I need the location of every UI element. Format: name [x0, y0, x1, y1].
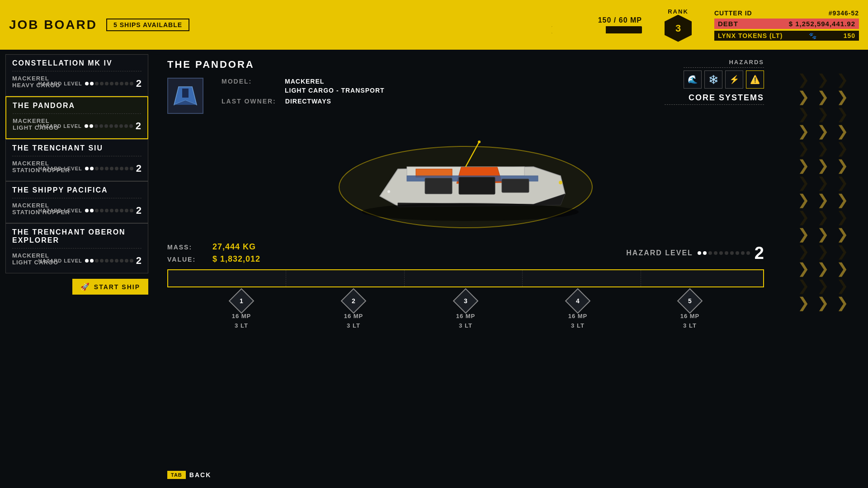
ship-card-divider	[12, 248, 142, 249]
last-owner-row: LAST OWNER: DIRECTWAYS	[222, 98, 385, 105]
chevron-row-1: ❯❯❯	[797, 89, 849, 104]
chevrons-container: ❯❯❯❯❯❯❯❯❯❯❯❯❯❯❯❯❯❯❯❯❯❯❯❯❯❯❯❯❯❯❯❯❯❯❯❯❯❯❯❯…	[793, 59, 853, 479]
ship-card-divider	[12, 71, 142, 71]
hazard-dot-8	[736, 251, 739, 255]
left-sidebar: CONSTELLATION MK IV MACKEREL HEAVY CARGO…	[0, 50, 154, 488]
right-info: CUTTER ID #9346-52 DEBT $ 1,252,594,441.…	[714, 9, 859, 41]
chevron-icon: ❯	[817, 141, 829, 155]
svg-point-15	[559, 181, 562, 184]
detail-ship-name: THE PANDORA	[167, 59, 651, 70]
chevron-icon: ❯	[797, 261, 810, 276]
hazard-dot-4	[714, 251, 717, 255]
dot	[130, 82, 133, 85]
dot	[90, 124, 93, 128]
dot	[110, 209, 113, 212]
stop-diamond-2: 2	[341, 288, 367, 314]
ship-card-divider	[13, 113, 141, 114]
chevron-icon: ❯	[836, 72, 849, 87]
chevron-icon: ❯	[817, 227, 829, 241]
dot	[100, 82, 104, 85]
model-label: MODEL:	[222, 78, 276, 94]
chevron-row-13: ❯❯❯	[797, 296, 849, 310]
dot	[85, 209, 89, 212]
start-ship-button[interactable]: 🚀 START SHIP	[72, 279, 148, 295]
hazard-number: 2	[136, 255, 142, 267]
top-bar: JOB BOARD 5 SHIPS AVAILABLE 150 / 60 MP …	[0, 0, 868, 50]
hazard-dots	[85, 124, 133, 128]
route-stop-1: 1 16 MP 3 LT	[232, 292, 251, 329]
hazard-dot-10	[746, 251, 750, 255]
back-button[interactable]: TAB BACK	[167, 471, 764, 479]
hazard-label: HAZARD LEVEL	[38, 208, 82, 213]
dot	[95, 167, 99, 170]
main-layout: CONSTELLATION MK IV MACKEREL HEAVY CARGO…	[0, 50, 868, 488]
hazard-dot-3	[708, 251, 712, 255]
hazard-label: HAZARD LEVEL	[38, 258, 82, 263]
dot	[90, 167, 94, 170]
chevron-icon: ❯	[836, 141, 849, 155]
chevron-icon: ❯	[836, 244, 849, 258]
dot	[110, 259, 113, 263]
dot	[100, 259, 104, 263]
chevron-icon: ❯	[817, 210, 829, 224]
dot	[125, 82, 128, 85]
cutter-id-row: CUTTER ID #9346-52	[714, 9, 859, 17]
lynx-icon: 🐾	[809, 32, 817, 39]
dot	[114, 124, 118, 128]
chevron-row-2: ❯❯❯	[797, 107, 849, 121]
hazard-icon-warning: ⚠️	[746, 70, 764, 89]
hazard-dot-6	[725, 251, 728, 255]
ship-icon-box	[167, 78, 203, 114]
chevron-icon: ❯	[836, 107, 849, 121]
ship-card-name: THE PANDORA	[13, 102, 141, 110]
hazard-number: 2	[136, 120, 141, 132]
dot	[124, 124, 128, 128]
ship-card-trenchant-oberon[interactable]: THE TRENCHANT OBERON EXPLORER MACKEREL L…	[5, 223, 148, 273]
ship-card-shippy-pacifica[interactable]: THE SHIPPY PACIFICA MACKEREL STATION HOP…	[5, 181, 148, 223]
stop-number-3: 3	[464, 297, 467, 305]
start-ship-icon: 🚀	[80, 282, 90, 291]
chevron-icon: ❯	[797, 158, 810, 173]
hazard-dots	[85, 259, 133, 263]
chevron-icon: ❯	[817, 175, 829, 190]
chevron-icon: ❯	[817, 72, 829, 87]
dot	[130, 209, 133, 212]
dot	[99, 124, 103, 128]
dot	[115, 167, 118, 170]
chevron-icon: ❯	[836, 278, 849, 293]
dot	[110, 167, 113, 170]
route-stops: 1 16 MP 3 LT 2 16 MP 3 LT 3 16 MP 3 LT 4…	[167, 292, 764, 329]
mp-label: 150 / 60 MP	[598, 16, 642, 24]
chevron-row-6: ❯❯❯	[797, 175, 849, 190]
hazard-dots	[85, 167, 133, 170]
back-label: BACK	[189, 471, 211, 479]
dot	[129, 124, 133, 128]
last-owner-label: LAST OWNER:	[222, 98, 276, 105]
ship-stats: MODEL: MACKEREL LIGHT CARGO - TRANSPORT …	[222, 78, 385, 105]
start-ship-label: START SHIP	[94, 283, 140, 291]
chevrons-panel: ❯❯❯❯❯❯❯❯❯❯❯❯❯❯❯❯❯❯❯❯❯❯❯❯❯❯❯❯❯❯❯❯❯❯❯❯❯❯❯❯…	[778, 50, 868, 488]
chevron-icon: ❯	[797, 72, 810, 87]
route-segment-2	[291, 270, 404, 286]
chevron-icon: ❯	[817, 261, 829, 276]
rank-number: 3	[675, 23, 681, 34]
ship-detail-right: HAZARDS 🌊 ❄️ ⚡ ⚠️ CORE SYSTEMS	[665, 59, 764, 105]
ship-card-pandora[interactable]: THE PANDORA MACKEREL LIGHT CARGO HAZARD …	[5, 96, 148, 139]
dot	[94, 124, 98, 128]
ship-card-hazard: HAZARD LEVEL 2	[38, 205, 142, 216]
ship-card-constellation[interactable]: CONSTELLATION MK IV MACKEREL HEAVY CARGO…	[5, 54, 148, 96]
chevron-row-8: ❯❯❯	[797, 210, 849, 224]
hazards-section: HAZARDS 🌊 ❄️ ⚡ ⚠️	[684, 59, 764, 89]
hazard-number: 2	[136, 205, 142, 216]
ship-card-trenchant-siu[interactable]: THE TRENCHANT SIU MACKEREL STATION HOPPE…	[5, 139, 148, 181]
debt-label: DEBT	[718, 20, 738, 28]
job-board-title: JOB BOARD	[9, 18, 97, 32]
chevron-icon: ❯	[836, 158, 849, 173]
dot	[105, 167, 108, 170]
route-stop-3: 3 16 MP 3 LT	[456, 292, 476, 329]
stop-number-1: 1	[240, 297, 243, 305]
lynx-label: LYNX TOKENS (LT)	[718, 32, 783, 39]
route-bar	[167, 269, 764, 287]
chevron-icon: ❯	[797, 296, 810, 310]
debt-row: DEBT $ 1,252,594,441.92	[714, 19, 859, 29]
